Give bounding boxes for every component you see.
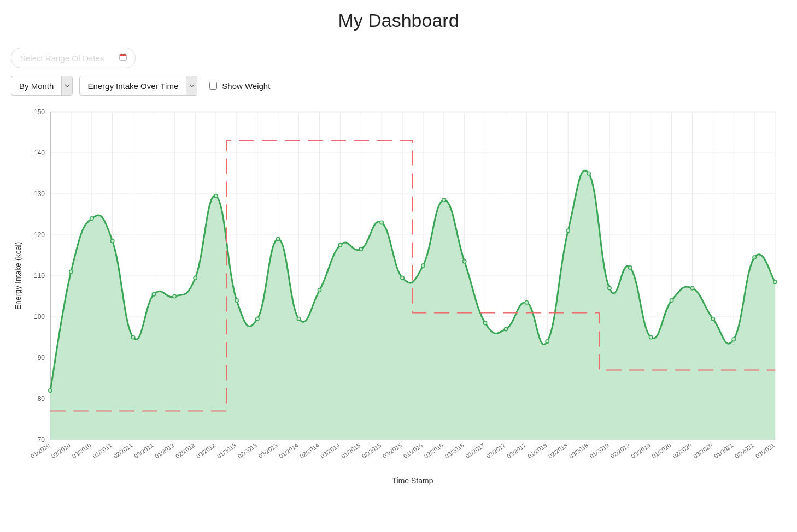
svg-text:02/2012: 02/2012 bbox=[174, 442, 196, 460]
svg-text:110: 110 bbox=[34, 272, 45, 280]
svg-text:02/2011: 02/2011 bbox=[112, 442, 133, 460]
data-point bbox=[152, 293, 155, 296]
data-point bbox=[732, 338, 735, 341]
data-point bbox=[110, 239, 114, 243]
show-weight-checkbox[interactable]: Show Weight bbox=[207, 80, 270, 91]
data-point bbox=[629, 266, 632, 269]
data-point bbox=[773, 280, 777, 283]
svg-text:03/2014: 03/2014 bbox=[319, 442, 341, 460]
svg-text:01/2015: 01/2015 bbox=[340, 442, 361, 460]
data-point bbox=[359, 247, 362, 251]
data-point bbox=[214, 194, 218, 198]
svg-text:02/2021: 02/2021 bbox=[734, 442, 755, 460]
svg-text:03/2015: 03/2015 bbox=[382, 442, 403, 460]
svg-text:03/2013: 03/2013 bbox=[257, 442, 278, 460]
chevron-down-icon[interactable] bbox=[61, 76, 72, 95]
svg-text:01/2016: 01/2016 bbox=[402, 442, 424, 460]
date-range-input[interactable] bbox=[19, 53, 112, 63]
svg-text:02/2018: 02/2018 bbox=[547, 442, 569, 460]
data-point bbox=[504, 327, 507, 330]
group-by-label: By Month bbox=[11, 76, 61, 95]
svg-text:70: 70 bbox=[38, 436, 45, 444]
svg-text:02/2014: 02/2014 bbox=[298, 442, 320, 460]
data-point bbox=[338, 244, 342, 247]
data-point bbox=[297, 317, 300, 321]
svg-text:03/2017: 03/2017 bbox=[506, 442, 527, 460]
svg-text:03/2021: 03/2021 bbox=[754, 442, 776, 460]
controls-bar: By Month Energy Intake Over Time Show We… bbox=[11, 48, 786, 96]
y-axis-label: Energy Intake (kcal) bbox=[14, 242, 22, 310]
data-point bbox=[649, 335, 652, 339]
data-point bbox=[690, 286, 694, 289]
data-point bbox=[49, 389, 52, 392]
svg-text:01/2018: 01/2018 bbox=[526, 442, 548, 460]
svg-text:02/2019: 02/2019 bbox=[609, 442, 630, 460]
svg-text:02/2016: 02/2016 bbox=[423, 442, 444, 460]
data-point bbox=[546, 340, 549, 343]
data-point bbox=[483, 321, 487, 324]
svg-text:02/2015: 02/2015 bbox=[361, 442, 382, 460]
svg-text:130: 130 bbox=[34, 190, 45, 198]
svg-rect-3 bbox=[125, 53, 125, 55]
data-point bbox=[587, 172, 590, 175]
energy-intake-chart: 70809010011012013014015001/201002/201003… bbox=[11, 101, 786, 489]
svg-text:01/2013: 01/2013 bbox=[216, 442, 237, 460]
svg-text:80: 80 bbox=[38, 395, 45, 403]
metric-label: Energy Intake Over Time bbox=[80, 76, 186, 95]
svg-text:03/2011: 03/2011 bbox=[133, 442, 154, 460]
svg-text:01/2011: 01/2011 bbox=[91, 442, 113, 460]
svg-text:90: 90 bbox=[38, 354, 45, 362]
x-axis-label: Time Stamp bbox=[392, 476, 433, 485]
svg-text:02/2010: 02/2010 bbox=[50, 442, 72, 460]
show-weight-input[interactable] bbox=[209, 82, 217, 90]
data-point bbox=[318, 288, 321, 292]
data-point bbox=[194, 276, 197, 280]
chevron-down-icon[interactable] bbox=[186, 76, 197, 95]
svg-text:01/2019: 01/2019 bbox=[589, 442, 610, 460]
svg-text:01/2020: 01/2020 bbox=[651, 442, 672, 460]
page-title: My Dashboard bbox=[11, 10, 786, 31]
svg-text:02/2020: 02/2020 bbox=[671, 442, 693, 460]
svg-text:03/2016: 03/2016 bbox=[443, 442, 465, 460]
data-point bbox=[711, 317, 714, 321]
svg-text:01/2010: 01/2010 bbox=[30, 442, 51, 460]
svg-text:01/2017: 01/2017 bbox=[464, 442, 485, 460]
data-point bbox=[401, 276, 404, 280]
show-weight-label: Show Weight bbox=[222, 81, 270, 91]
data-point bbox=[380, 221, 383, 224]
svg-text:01/2021: 01/2021 bbox=[713, 442, 734, 460]
svg-text:120: 120 bbox=[34, 231, 45, 239]
svg-text:03/2019: 03/2019 bbox=[630, 442, 651, 460]
data-point bbox=[173, 294, 176, 298]
svg-text:01/2012: 01/2012 bbox=[154, 442, 175, 460]
data-point bbox=[566, 229, 570, 232]
data-point bbox=[90, 217, 93, 220]
data-point bbox=[69, 270, 73, 273]
metric-select[interactable]: Energy Intake Over Time bbox=[79, 76, 197, 96]
data-point bbox=[235, 299, 238, 302]
svg-text:03/2020: 03/2020 bbox=[692, 442, 713, 460]
data-point bbox=[525, 301, 528, 304]
svg-text:02/2013: 02/2013 bbox=[237, 442, 258, 460]
svg-text:150: 150 bbox=[34, 108, 45, 116]
svg-rect-1 bbox=[120, 54, 126, 56]
data-point bbox=[608, 286, 611, 289]
svg-rect-2 bbox=[121, 53, 121, 55]
svg-text:100: 100 bbox=[34, 313, 45, 321]
data-point bbox=[670, 299, 673, 302]
data-point bbox=[256, 317, 259, 321]
svg-text:140: 140 bbox=[34, 149, 45, 157]
calendar-icon bbox=[119, 52, 127, 63]
date-range-picker[interactable] bbox=[11, 48, 136, 68]
svg-text:03/2012: 03/2012 bbox=[195, 442, 216, 460]
data-point bbox=[131, 335, 134, 339]
data-point bbox=[463, 260, 466, 263]
svg-text:02/2017: 02/2017 bbox=[485, 442, 506, 460]
group-by-select[interactable]: By Month bbox=[11, 76, 73, 96]
svg-text:01/2014: 01/2014 bbox=[278, 442, 299, 460]
data-point bbox=[277, 237, 280, 240]
data-point bbox=[753, 256, 756, 259]
data-point bbox=[442, 198, 446, 202]
data-point bbox=[421, 264, 425, 267]
svg-text:03/2018: 03/2018 bbox=[568, 442, 589, 460]
